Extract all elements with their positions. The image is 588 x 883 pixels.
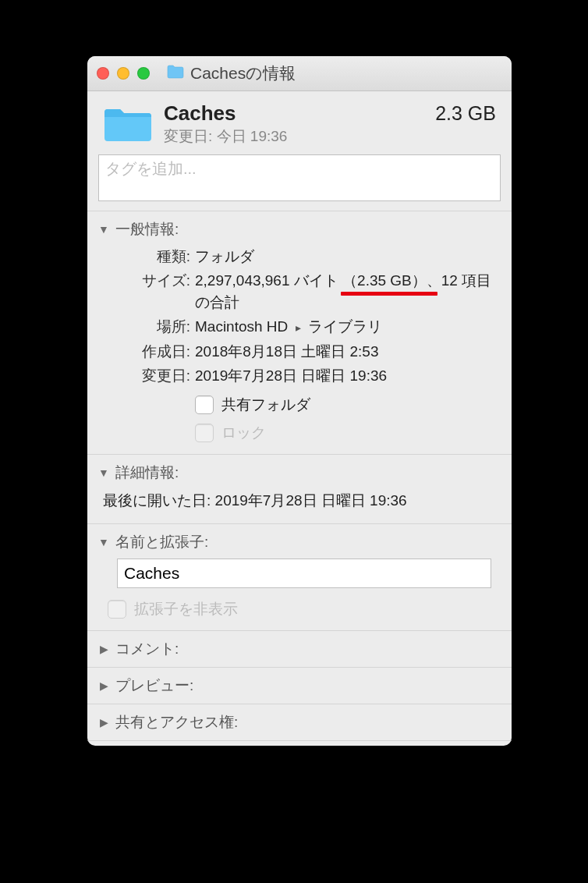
hide-extension-row: 拡張子を非表示 <box>108 599 501 619</box>
created-label: 作成日: <box>117 341 190 363</box>
section-header-sharing[interactable]: ▶ 共有とアクセス権: <box>98 712 501 732</box>
section-name-ext: ▼ 名前と拡張子: 拡張子を非表示 <box>87 523 512 630</box>
titlebar: Cachesの情報 <box>87 56 512 91</box>
where-value: Macintosh HD ▸ ライブラリ <box>195 316 496 338</box>
locked-row: ロック <box>195 423 496 443</box>
shared-folder-row: 共有フォルダ <box>195 395 496 415</box>
kind-label: 種類: <box>117 246 190 268</box>
hide-extension-label: 拡張子を非表示 <box>134 599 238 619</box>
size-label: サイズ: <box>117 270 190 292</box>
disclosure-down-icon: ▼ <box>98 536 109 548</box>
item-size-short: 2.3 GB <box>435 102 496 125</box>
window-controls <box>97 67 150 80</box>
size-value: 2,297,043,961 バイト （2.35 GB）、12 項目の合計 <box>195 270 496 313</box>
section-header-general[interactable]: ▼ 一般情報: <box>98 219 501 239</box>
section-title: 詳細情報: <box>115 463 179 483</box>
tags-input[interactable] <box>99 155 500 183</box>
disclosure-down-icon: ▼ <box>98 466 109 479</box>
size-paren: （2.35 GB） <box>342 272 427 289</box>
get-info-window: Cachesの情報 Caches 変更日: 今日 19:36 2.3 GB ▼ … <box>87 56 512 746</box>
section-sharing: ▶ 共有とアクセス権: <box>87 704 512 741</box>
section-header-name-ext[interactable]: ▼ 名前と拡張子: <box>98 532 501 552</box>
close-window-button[interactable] <box>97 67 109 80</box>
where-label: 場所: <box>117 316 190 338</box>
section-header-preview[interactable]: ▶ プレビュー: <box>98 676 501 696</box>
disclosure-right-icon: ▶ <box>98 643 109 655</box>
zoom-window-button[interactable] <box>137 67 150 80</box>
locked-label: ロック <box>221 423 266 443</box>
summary-text: Caches 変更日: 今日 19:36 <box>164 102 427 147</box>
item-modified: 変更日: 今日 19:36 <box>164 126 427 147</box>
kind-value: フォルダ <box>195 246 496 268</box>
created-value: 2018年8月18日 土曜日 2:53 <box>195 341 496 363</box>
disclosure-right-icon: ▶ <box>98 716 109 729</box>
locked-checkbox <box>195 424 214 442</box>
disclosure-down-icon: ▼ <box>98 223 109 236</box>
minimize-window-button[interactable] <box>117 67 129 80</box>
shared-folder-checkbox[interactable] <box>195 395 214 414</box>
chevron-right-icon: ▸ <box>296 321 301 334</box>
last-opened-label: 最後に開いた日: <box>103 492 211 509</box>
last-opened-value: 2019年7月28日 日曜日 19:36 <box>215 492 407 509</box>
section-title: 一般情報: <box>115 219 179 239</box>
section-header-comments[interactable]: ▶ コメント: <box>98 639 501 659</box>
folder-icon <box>167 65 184 83</box>
size-bytes: 2,297,043,961 バイト <box>195 272 338 289</box>
section-header-more-info[interactable]: ▼ 詳細情報: <box>98 463 501 483</box>
name-input[interactable] <box>117 559 491 588</box>
size-paren-annotated: （2.35 GB） <box>342 270 427 292</box>
section-more-info: ▼ 詳細情報: 最後に開いた日: 2019年7月28日 日曜日 19:36 <box>87 454 512 523</box>
section-title: コメント: <box>115 639 179 659</box>
modified-label: 変更日: <box>117 365 190 387</box>
disclosure-right-icon: ▶ <box>98 679 109 692</box>
section-general: ▼ 一般情報: 種類: フォルダ サイズ: 2,297,043,961 バイト … <box>87 211 512 454</box>
where-child: ライブラリ <box>308 318 382 335</box>
last-opened-row: 最後に開いた日: 2019年7月28日 日曜日 19:36 <box>98 483 501 512</box>
where-root: Macintosh HD <box>195 318 288 335</box>
modified-value: 2019年7月28日 日曜日 19:36 <box>195 365 496 387</box>
folder-icon <box>103 105 153 144</box>
item-name: Caches <box>164 102 427 125</box>
section-title: 名前と拡張子: <box>115 532 208 552</box>
section-title: プレビュー: <box>115 676 193 696</box>
hide-extension-checkbox <box>108 600 126 619</box>
section-preview: ▶ プレビュー: <box>87 667 512 704</box>
window-title: Cachesの情報 <box>190 62 296 84</box>
tags-field[interactable] <box>98 154 501 201</box>
section-title: 共有とアクセス権: <box>115 712 238 732</box>
summary-header: Caches 変更日: 今日 19:36 2.3 GB <box>87 91 512 154</box>
section-comments: ▶ コメント: <box>87 630 512 667</box>
shared-folder-label: 共有フォルダ <box>221 395 310 415</box>
